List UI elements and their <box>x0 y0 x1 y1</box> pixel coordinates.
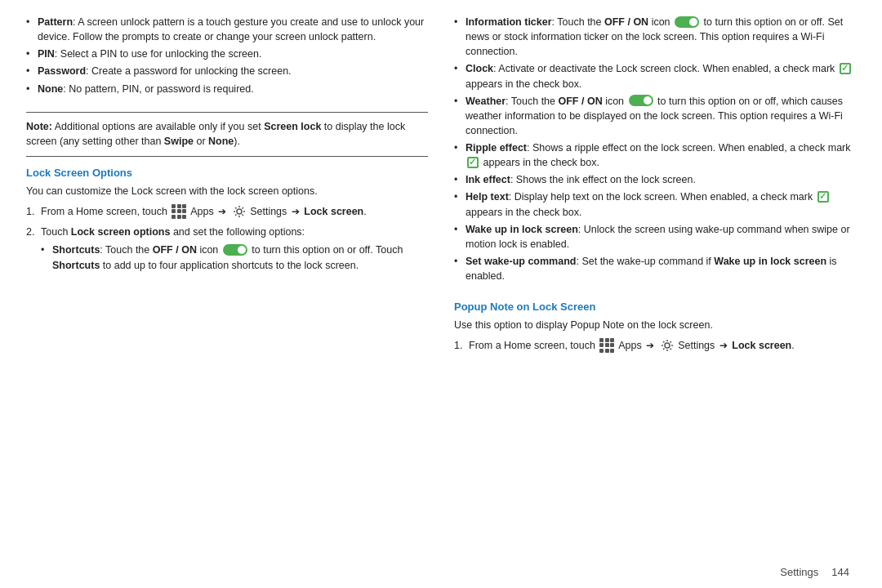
step-2-bold: Lock screen options <box>71 226 171 238</box>
step-2-text: Touch <box>41 226 71 238</box>
shortcuts-bold2: Shortcuts <box>52 260 100 271</box>
text-pin: : Select a PIN to use for unlocking the … <box>55 48 262 60</box>
step-1-num: 1. <box>26 204 34 220</box>
bullet-ink: Ink effect: Shows the ink effect on the … <box>454 172 856 187</box>
step-2-num: 2. <box>26 225 34 240</box>
note-bold1: Screen lock <box>264 121 321 132</box>
text-none: : No pattern, PIN, or password is requir… <box>63 83 253 95</box>
step-2-text2: and set the following options: <box>170 226 305 238</box>
popup-note-heading: Popup Note on Lock Screen <box>454 301 856 313</box>
apps-icon-2 <box>599 338 614 353</box>
step-2: 2. Touch Lock screen options and set the… <box>26 225 428 273</box>
lock-screen-intro: You can customize the Lock screen with t… <box>26 184 428 199</box>
popup-step-1-apps: Apps <box>618 340 642 351</box>
bullet-wakeup: Wake up in lock screen: Unlock the scree… <box>454 222 856 252</box>
term-help-text: Help text <box>466 191 509 203</box>
note-text3: or <box>194 136 208 147</box>
text-password: : Create a password for unlocking the sc… <box>86 65 292 77</box>
term-pattern: Pattern <box>38 16 73 28</box>
popup-note-intro: Use this option to display Popup Note on… <box>454 318 856 333</box>
apps-icon <box>172 204 186 219</box>
toggle-weather <box>629 95 653 106</box>
step-1: 1. From a Home screen, touch Apps ➔ Sett… <box>26 204 428 220</box>
step-1-text-before: From a Home screen, touch <box>41 206 167 217</box>
step-1-apps-label: Apps <box>190 206 214 217</box>
term-ink: Ink effect <box>466 174 510 185</box>
left-column: Pattern: A screen unlock pattern is a to… <box>26 15 428 555</box>
text-pattern: : A screen unlock pattern is a touch ges… <box>38 16 424 42</box>
term-password: Password <box>38 65 86 77</box>
term-info-ticker: Information ticker <box>466 16 552 28</box>
settings-icon <box>233 205 246 218</box>
shortcuts-bold1: OFF / ON <box>153 244 197 256</box>
bullet-wakeup-cmd: Set wake-up command: Set the wake-up com… <box>454 254 856 283</box>
footer-label: Settings <box>780 566 818 578</box>
toggle-info-ticker <box>675 16 699 28</box>
popup-note-steps: 1. From a Home screen, touch Apps ➔ Sett… <box>454 338 856 354</box>
settings-icon-2 <box>661 339 674 352</box>
step-1-lock-screen: Lock screen <box>304 206 363 217</box>
toggle-on-icon <box>223 244 247 256</box>
svg-point-0 <box>237 209 242 214</box>
popup-step-1-arrow2: ➔ <box>719 340 728 351</box>
popup-step-1: 1. From a Home screen, touch Apps ➔ Sett… <box>454 338 856 354</box>
right-bullet-list: Information ticker: Touch the OFF / ON i… <box>454 15 856 286</box>
step-2-sub-bullets: Shortcuts: Touch the OFF / ON icon to tu… <box>41 243 428 272</box>
check-icon-help <box>817 191 829 203</box>
bullet-password: Password: Create a password for unlockin… <box>26 64 428 78</box>
term-wakeup-cmd: Set wake-up command <box>466 256 576 267</box>
term-none: None <box>38 83 63 95</box>
popup-step-1-text-before: From a Home screen, touch <box>469 340 595 351</box>
bullet-pattern: Pattern: A screen unlock pattern is a to… <box>26 15 428 44</box>
step-1-arrow1: ➔ <box>218 206 226 217</box>
shortcuts-text4: to add up to four application shortcuts … <box>100 260 359 271</box>
step-1-period: . <box>363 206 366 217</box>
bullet-pin: PIN: Select a PIN to use for unlocking t… <box>26 47 428 61</box>
bullet-weather: Weather: Touch the OFF / ON icon to turn… <box>454 94 856 138</box>
note-label: Note: <box>26 121 52 132</box>
note-bold2: Swipe <box>164 136 194 147</box>
step-1-settings-label: Settings <box>250 206 287 217</box>
step-1-arrow2: ➔ <box>292 206 300 217</box>
note-box: Note: Additional options are available o… <box>26 112 428 158</box>
term-pin: PIN <box>38 48 55 60</box>
right-column: Information ticker: Touch the OFF / ON i… <box>454 15 856 555</box>
term-shortcuts: Shortcuts <box>52 244 100 256</box>
check-icon-ripple <box>467 157 479 168</box>
note-text4: ). <box>234 136 240 147</box>
term-weather: Weather <box>466 96 506 107</box>
popup-step-1-lock: Lock screen <box>732 340 791 351</box>
sub-bullet-shortcuts: Shortcuts: Touch the OFF / ON icon to tu… <box>41 243 428 272</box>
bullet-none: None: No pattern, PIN, or password is re… <box>26 82 428 96</box>
footer-page: 144 <box>831 566 849 578</box>
term-wakeup: Wake up in lock screen <box>466 224 578 235</box>
popup-step-1-num: 1. <box>454 338 462 354</box>
bullet-info-ticker: Information ticker: Touch the OFF / ON i… <box>454 15 856 59</box>
note-bold3: None <box>208 136 234 147</box>
shortcuts-text3: to turn this option on or off. Touch <box>252 244 403 256</box>
svg-point-1 <box>665 343 670 348</box>
term-clock: Clock <box>466 63 493 74</box>
bullet-clock: Clock: Activate or deactivate the Lock s… <box>454 61 856 91</box>
check-icon-clock <box>840 63 851 74</box>
top-bullet-list: Pattern: A screen unlock pattern is a to… <box>26 15 428 99</box>
lock-screen-steps: 1. From a Home screen, touch Apps ➔ Sett… <box>26 204 428 278</box>
term-ripple: Ripple effect <box>466 142 527 154</box>
bullet-ripple: Ripple effect: Shows a ripple effect on … <box>454 140 856 170</box>
bullet-help-text: Help text: Display help text on the lock… <box>454 189 856 219</box>
lock-screen-options-heading: Lock Screen Options <box>26 167 428 179</box>
note-text1: Additional options are available only if… <box>52 121 264 132</box>
popup-step-1-arrow1: ➔ <box>646 340 654 351</box>
shortcuts-text1: : Touch the <box>100 244 152 256</box>
popup-step-1-settings: Settings <box>678 340 715 351</box>
page-footer: Settings 144 <box>0 563 882 588</box>
shortcuts-text2: icon <box>197 244 218 256</box>
